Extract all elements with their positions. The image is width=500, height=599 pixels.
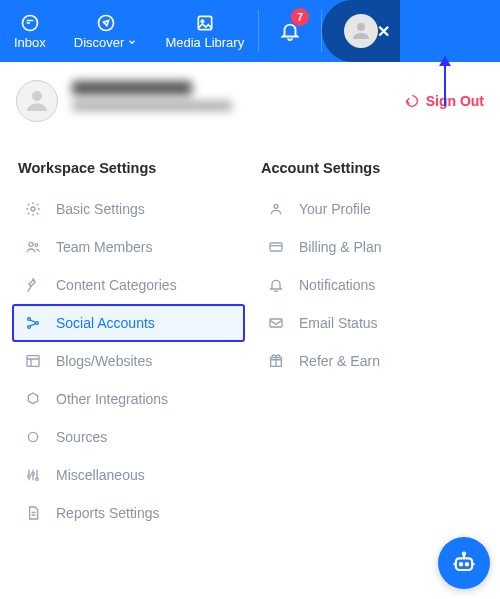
svg-rect-19 <box>270 319 282 327</box>
image-icon <box>195 13 215 33</box>
mail-icon <box>267 315 285 331</box>
chat-icon <box>20 13 40 33</box>
menu-social-accounts[interactable]: Social Accounts <box>12 304 245 342</box>
menu-other-integrations[interactable]: Other Integrations <box>12 380 245 418</box>
profile-header: Sign Out <box>0 62 500 132</box>
nav-media-library[interactable]: Media Library <box>151 0 258 62</box>
nav-discover[interactable]: Discover <box>60 0 152 62</box>
close-icon[interactable]: ✕ <box>377 22 390 41</box>
svg-point-23 <box>466 563 468 565</box>
bot-icon <box>450 549 478 577</box>
pin-icon <box>24 277 42 293</box>
share-icon <box>24 315 42 331</box>
menu-team-members[interactable]: Team Members <box>12 228 245 266</box>
menu-blogs-websites[interactable]: Blogs/Websites <box>12 342 245 380</box>
nav-discover-label: Discover <box>74 35 125 50</box>
person-icon <box>267 201 285 217</box>
profile-menu-button[interactable]: ✕ <box>322 0 400 62</box>
menu-billing-plan[interactable]: Billing & Plan <box>255 228 488 266</box>
svg-point-24 <box>463 553 465 555</box>
svg-point-8 <box>35 244 38 247</box>
nav-media-label: Media Library <box>165 35 244 50</box>
menu-label: Miscellaneous <box>56 467 145 483</box>
menu-label: Your Profile <box>299 201 371 217</box>
layout-icon <box>24 353 42 369</box>
svg-point-3 <box>201 20 204 22</box>
menu-label: Billing & Plan <box>299 239 382 255</box>
svg-point-22 <box>460 563 462 565</box>
menu-label: Refer & Earn <box>299 353 380 369</box>
bell-outline-icon <box>267 277 285 293</box>
menu-label: Reports Settings <box>56 505 160 521</box>
svg-rect-2 <box>198 16 211 29</box>
menu-email-status[interactable]: Email Status <box>255 304 488 342</box>
compass-icon <box>96 13 116 33</box>
notification-badge: 7 <box>291 8 309 26</box>
menu-label: Other Integrations <box>56 391 168 407</box>
svg-point-5 <box>32 91 42 101</box>
svg-point-11 <box>28 326 31 329</box>
sign-out-label: Sign Out <box>426 93 484 109</box>
svg-point-15 <box>32 472 35 475</box>
menu-your-profile[interactable]: Your Profile <box>255 190 488 228</box>
svg-rect-12 <box>27 356 39 367</box>
menu-label: Content Categories <box>56 277 177 293</box>
svg-point-7 <box>29 242 33 246</box>
circle-icon <box>24 429 42 445</box>
account-settings-column: Account Settings Your Profile Billing & … <box>255 160 488 532</box>
avatar-large-icon <box>16 80 58 122</box>
svg-point-13 <box>28 432 37 441</box>
menu-basic-settings[interactable]: Basic Settings <box>12 190 245 228</box>
nav-inbox[interactable]: Inbox <box>0 0 60 62</box>
user-name-redacted <box>72 81 390 121</box>
nav-inbox-label: Inbox <box>14 35 46 50</box>
gear-icon <box>24 201 42 217</box>
menu-refer-earn[interactable]: Refer & Earn <box>255 342 488 380</box>
menu-label: Social Accounts <box>56 315 155 331</box>
menu-label: Email Status <box>299 315 378 331</box>
avatar-icon <box>344 14 378 48</box>
chevron-down-icon <box>127 37 137 47</box>
svg-point-10 <box>36 322 39 325</box>
settings-panel: Workspace Settings Basic Settings Team M… <box>0 132 500 532</box>
svg-point-14 <box>28 475 31 478</box>
account-heading: Account Settings <box>255 160 488 176</box>
menu-label: Sources <box>56 429 107 445</box>
svg-rect-18 <box>270 243 282 251</box>
chatbot-button[interactable] <box>438 537 490 589</box>
menu-label: Notifications <box>299 277 375 293</box>
menu-sources[interactable]: Sources <box>12 418 245 456</box>
sliders-icon <box>24 467 42 483</box>
team-icon <box>24 239 42 255</box>
gift-icon <box>267 353 285 369</box>
svg-rect-21 <box>456 558 472 570</box>
svg-point-16 <box>36 478 39 481</box>
menu-content-categories[interactable]: Content Categories <box>12 266 245 304</box>
top-navbar: Inbox Discover Media Library 7 ✕ <box>0 0 500 62</box>
menu-notifications[interactable]: Notifications <box>255 266 488 304</box>
workspace-settings-column: Workspace Settings Basic Settings Team M… <box>12 160 245 532</box>
menu-reports-settings[interactable]: Reports Settings <box>12 494 245 532</box>
svg-point-9 <box>28 318 31 321</box>
annotation-arrow <box>444 64 446 106</box>
hexagon-icon <box>24 391 42 407</box>
menu-label: Basic Settings <box>56 201 145 217</box>
sign-out-icon <box>404 93 420 109</box>
svg-point-4 <box>357 23 365 31</box>
menu-miscellaneous[interactable]: Miscellaneous <box>12 456 245 494</box>
notifications-button[interactable]: 7 <box>259 0 321 62</box>
menu-label: Team Members <box>56 239 152 255</box>
svg-point-17 <box>274 204 278 208</box>
svg-point-6 <box>31 207 35 211</box>
svg-point-1 <box>98 15 113 30</box>
menu-label: Blogs/Websites <box>56 353 152 369</box>
credit-card-icon <box>267 239 285 255</box>
workspace-heading: Workspace Settings <box>12 160 245 176</box>
document-icon <box>24 505 42 521</box>
